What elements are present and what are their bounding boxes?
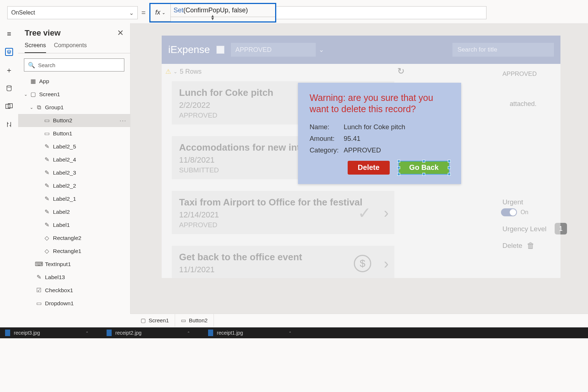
selection-handle[interactable]: [397, 166, 400, 169]
fx-button[interactable]: fx ⌄: [150, 4, 171, 21]
node-label: Label2_3: [53, 170, 76, 176]
node-label: Label2_1: [53, 196, 76, 202]
label-icon: ✎: [43, 221, 51, 229]
tree-node-label10[interactable]: ✎Label10: [18, 310, 130, 314]
button-icon: ▭: [181, 317, 186, 324]
crumb-button2[interactable]: ▭ Button2: [175, 314, 214, 327]
confirm-popup: Warning: are you sure that you want to d…: [298, 83, 461, 184]
node-label: Checkbox1: [45, 287, 73, 294]
download-item[interactable]: receipt2.jpg⌃: [107, 330, 194, 336]
file-icon: [107, 330, 112, 336]
tab-components[interactable]: Components: [54, 40, 87, 53]
tree-node-button1[interactable]: ▭Button1: [18, 127, 130, 140]
expand-icon[interactable]: ⌄: [28, 105, 35, 110]
tree-node-label2[interactable]: ✎Label2: [18, 205, 130, 219]
download-item[interactable]: receipt3.jpg⌃: [5, 330, 92, 336]
popup-name-key: Name:: [310, 123, 344, 131]
tree-node-label2_3[interactable]: ✎Label2_3: [18, 166, 130, 179]
node-label: Button2: [53, 117, 72, 124]
tree-node-textinput1[interactable]: ⌨TextInput1: [18, 258, 130, 271]
selection-handle[interactable]: [448, 166, 451, 169]
tab-screens[interactable]: Screens: [25, 40, 46, 53]
chevron-up-icon[interactable]: ⌃: [289, 331, 291, 335]
canvas-area: iExpense APPROVED ⌄ Search for title ⚠ ⌄…: [131, 23, 588, 314]
media-icon[interactable]: [5, 102, 13, 110]
formula-bar-extension[interactable]: [276, 6, 486, 19]
tree-node-label13[interactable]: ✎Label13: [18, 271, 130, 284]
node-label: Label1: [53, 222, 70, 228]
tree-node-app[interactable]: ▦ App: [18, 75, 130, 88]
tree-node-button2[interactable]: ▭ Button2 ···: [18, 114, 130, 127]
tree-node-label2_1[interactable]: ✎Label2_1: [18, 192, 130, 205]
tools-icon[interactable]: [5, 121, 13, 128]
download-item[interactable]: receipt1.jpg⌃: [208, 330, 295, 336]
breadcrumb-bar: ▢ Screen1 ▭ Button2: [131, 314, 588, 327]
popup-category-value: APPROVED: [344, 146, 381, 154]
label-icon: ✎: [43, 182, 51, 190]
popup-amount-key: Amount:: [310, 135, 344, 143]
more-icon[interactable]: ···: [120, 117, 127, 124]
resize-handle-icon[interactable]: ▴▾: [211, 14, 214, 20]
selection-handle[interactable]: [422, 160, 425, 163]
tree-view-icon[interactable]: [5, 48, 13, 56]
textinput-icon: ⌨: [35, 260, 43, 268]
search-placeholder: Search: [38, 62, 55, 68]
download-bar: receipt3.jpg⌃ receipt2.jpg⌃ receipt1.jpg…: [0, 327, 588, 338]
formula-bar-highlight: fx ⌄ Set(ConfirmPopUp, false) ▴▾: [149, 3, 276, 23]
chevron-down-icon: ⌄: [129, 9, 134, 16]
label-icon: ✎: [43, 169, 51, 177]
tree-node-screen1[interactable]: ⌄ ▢ Screen1: [18, 88, 130, 101]
selection-handle[interactable]: [397, 173, 400, 176]
tree-node-rectangle1[interactable]: ◇Rectangle1: [18, 245, 130, 258]
tree-node-dropdown1[interactable]: ▭Dropdown1: [18, 297, 130, 310]
popup-name-value: Lunch for Coke pitch: [344, 123, 405, 131]
app-canvas[interactable]: iExpense APPROVED ⌄ Search for title ⚠ ⌄…: [162, 36, 560, 278]
rectangle-icon: ◇: [43, 234, 51, 242]
tree-node-label2_2[interactable]: ✎Label2_2: [18, 179, 130, 192]
add-icon[interactable]: ＋: [5, 66, 13, 74]
checkbox-icon: ☑: [35, 286, 43, 294]
node-label: Dropdown1: [45, 300, 74, 307]
rectangle-icon: ◇: [43, 247, 51, 255]
popup-category-key: Category:: [310, 146, 344, 154]
tree-node-group1[interactable]: ⌄ ⧉ Group1: [18, 101, 130, 114]
delete-button[interactable]: Delete: [348, 161, 390, 175]
property-selector[interactable]: OnSelect ⌄: [7, 6, 138, 19]
app-icon: ▦: [29, 77, 37, 85]
hamburger-icon[interactable]: ≡: [5, 30, 13, 38]
go-back-label: Go Back: [409, 163, 439, 172]
chevron-up-icon[interactable]: ⌃: [187, 331, 190, 335]
selection-handle[interactable]: [422, 173, 425, 176]
expand-icon[interactable]: ⌄: [22, 92, 29, 97]
node-label: Button1: [53, 130, 72, 137]
tree-node-label2_5[interactable]: ✎Label2_5: [18, 140, 130, 153]
crumb-screen1[interactable]: ▢ Screen1: [135, 314, 175, 327]
label-icon: ✎: [43, 143, 51, 151]
tree-node-rectangle2[interactable]: ◇Rectangle2: [18, 232, 130, 245]
selection-handle[interactable]: [448, 173, 451, 176]
go-back-button[interactable]: Go Back: [398, 161, 450, 175]
tree-search-input[interactable]: 🔍 Search: [24, 58, 124, 72]
data-icon[interactable]: [5, 84, 13, 92]
dropdown-icon: ▭: [35, 299, 43, 307]
node-label: Label2_2: [53, 183, 76, 189]
selection-handle[interactable]: [448, 160, 451, 163]
fx-label: fx: [155, 9, 160, 16]
tree-node-label1[interactable]: ✎Label1: [18, 219, 130, 232]
node-label: Label2_4: [53, 156, 76, 163]
selection-handle[interactable]: [397, 160, 400, 163]
node-label: Label10: [45, 313, 65, 314]
formula-args: (ConfirmPopUp, false): [183, 7, 248, 14]
node-label: Rectangle1: [53, 248, 81, 254]
node-label: Label2: [53, 209, 70, 215]
node-label: App: [39, 78, 49, 85]
formula-input[interactable]: Set(ConfirmPopUp, false): [171, 4, 275, 17]
node-label: Label13: [45, 274, 65, 281]
screen-icon: ▢: [141, 317, 146, 324]
tree-node-label2_4[interactable]: ✎Label2_4: [18, 153, 130, 166]
label-icon: ✎: [35, 313, 43, 314]
node-label: Group1: [45, 104, 64, 111]
chevron-up-icon[interactable]: ⌃: [86, 331, 88, 335]
close-icon[interactable]: ✕: [117, 28, 124, 38]
tree-node-checkbox1[interactable]: ☑Checkbox1: [18, 284, 130, 297]
